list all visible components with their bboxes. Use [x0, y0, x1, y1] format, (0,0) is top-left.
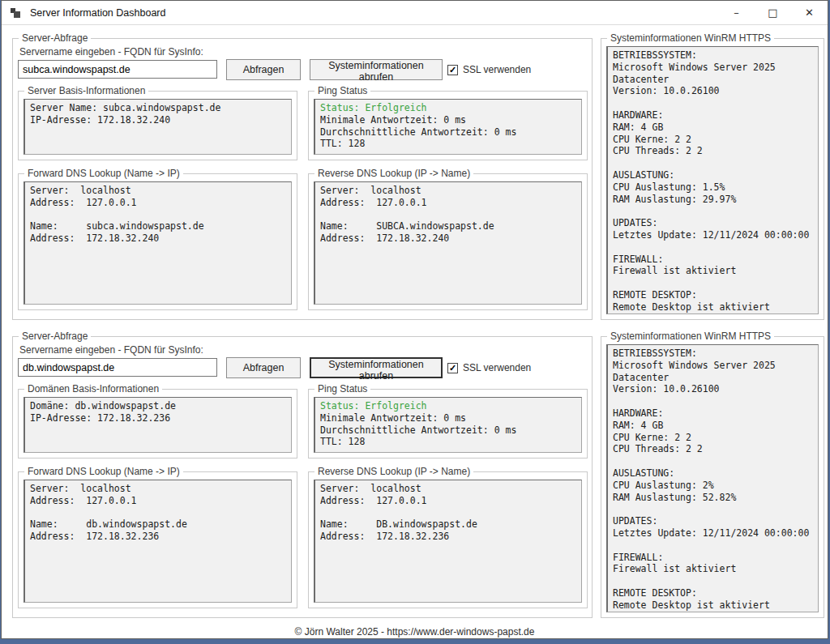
forward-dns-textbox-1[interactable]: Server: localhost Address: 127.0.0.1 Nam…: [24, 181, 292, 305]
group-title: Systeminformationen WinRM HTTPS: [607, 32, 774, 44]
server-basis-textbox-1[interactable]: Server Name: subca.windowspapst.de IP-Ad…: [24, 99, 292, 155]
checkmark-icon: ✓: [449, 364, 456, 373]
forward-dns-textbox-2[interactable]: Server: localhost Address: 127.0.0.1 Nam…: [24, 480, 292, 603]
ssl-checkbox-1[interactable]: ✓: [447, 65, 458, 75]
ssl-checkbox-wrap-1: ✓ SSL verwenden: [447, 64, 531, 75]
servername-label-1: Servername eingeben - FQDN für SysInfo:: [19, 46, 203, 58]
titlebar[interactable]: Server Information Dashboard – □ ✕: [2, 1, 828, 25]
group-title: Ping Status: [314, 383, 370, 395]
footer-copyright: © Jörn Walter 2025 - https://www.der-win…: [2, 626, 828, 638]
app-window: Server Information Dashboard – □ ✕ Serve…: [1, 0, 828, 639]
sysinfo-textbox-1[interactable]: BETRIEBSSYSTEM: Microsoft Windows Server…: [606, 46, 819, 314]
ssl-checkbox-2[interactable]: ✓: [447, 363, 458, 373]
reverse-dns-textbox-2[interactable]: Server: localhost Address: 127.0.0.1 Nam…: [314, 480, 582, 603]
ping-status-line: Status: Erfolgreich: [320, 400, 576, 412]
servername-label-2: Servername eingeben - FQDN für SysInfo:: [19, 344, 203, 356]
group-title: Forward DNS Lookup (Name -> IP): [24, 168, 183, 179]
window-title: Server Information Dashboard: [30, 7, 165, 19]
client-area: Server-Abfrage Servername eingeben - FQD…: [2, 25, 828, 638]
maximize-icon: □: [768, 6, 777, 19]
ping-status-line: Status: Erfolgreich: [320, 102, 576, 114]
group-title: Server Basis-Informationen: [24, 85, 148, 96]
reverse-dns-textbox-1[interactable]: Server: localhost Address: 127.0.0.1 Nam…: [314, 181, 582, 305]
servername-input-1[interactable]: [18, 60, 217, 79]
reverse-dns-group-2: Reverse DNS Lookup (IP -> Name) Server: …: [308, 471, 588, 608]
group-title: Server-Abfrage: [19, 331, 91, 342]
group-title: Domänen Basis-Informationen: [24, 383, 162, 395]
query-button-2[interactable]: Abfragen: [226, 357, 301, 378]
ssl-checkbox-label-2: SSL verwenden: [463, 362, 531, 373]
minimize-icon: –: [734, 6, 739, 19]
group-title: Forward DNS Lookup (Name -> IP): [24, 466, 183, 477]
ssl-checkbox-label-1: SSL verwenden: [463, 64, 531, 75]
server-basis-group-1: Server Basis-Informationen Server Name: …: [18, 91, 297, 160]
ping-status-group-1: Ping Status Status: ErfolgreichMinimale …: [308, 91, 588, 160]
group-title: Reverse DNS Lookup (IP -> Name): [314, 168, 473, 179]
desktop-background: Server Information Dashboard – □ ✕ Serve…: [0, 0, 830, 644]
group-title: Server-Abfrage: [19, 32, 91, 44]
ping-status-textbox-1[interactable]: Status: ErfolgreichMinimale Antwortzeit:…: [314, 99, 582, 155]
domain-basis-group-2: Domänen Basis-Informationen Domäne: db.w…: [18, 389, 297, 458]
minimize-button[interactable]: –: [718, 1, 755, 24]
sysinfo-button-1[interactable]: Systeminformationen abrufen: [310, 59, 443, 80]
group-title: Ping Status: [314, 85, 370, 96]
sysinfo-panel-group-2: Systeminformationen WinRM HTTPS BETRIEBS…: [601, 336, 824, 618]
ping-status-group-2: Ping Status Status: ErfolgreichMinimale …: [308, 389, 588, 458]
forward-dns-group-1: Forward DNS Lookup (Name -> IP) Server: …: [18, 173, 297, 310]
ping-status-textbox-2[interactable]: Status: ErfolgreichMinimale Antwortzeit:…: [314, 397, 582, 453]
sysinfo-textbox-2[interactable]: BETRIEBSSYSTEM: Microsoft Windows Server…: [606, 344, 819, 612]
maximize-button[interactable]: □: [755, 1, 791, 24]
reverse-dns-group-1: Reverse DNS Lookup (IP -> Name) Server: …: [308, 173, 588, 310]
ssl-checkbox-wrap-2: ✓ SSL verwenden: [447, 362, 531, 373]
sysinfo-panel-group-1: Systeminformationen WinRM HTTPS BETRIEBS…: [601, 38, 824, 320]
domain-basis-textbox-2[interactable]: Domäne: db.windowspapst.de IP-Adresse: 1…: [24, 397, 292, 453]
ping-details: Minimale Antwortzeit: 0 ms Durchschnittl…: [320, 412, 516, 448]
group-title: Systeminformationen WinRM HTTPS: [607, 331, 774, 342]
checkmark-icon: ✓: [449, 66, 456, 75]
app-icon: [10, 6, 23, 19]
forward-dns-group-2: Forward DNS Lookup (Name -> IP) Server: …: [18, 471, 297, 608]
close-button[interactable]: ✕: [791, 1, 828, 24]
close-icon: ✕: [805, 6, 814, 19]
servername-input-2[interactable]: [18, 358, 217, 377]
sysinfo-button-2[interactable]: Systeminformationen abrufen: [310, 357, 443, 378]
ping-details: Minimale Antwortzeit: 0 ms Durchschnittl…: [320, 114, 516, 150]
query-button-1[interactable]: Abfragen: [226, 59, 301, 80]
group-title: Reverse DNS Lookup (IP -> Name): [314, 466, 473, 477]
